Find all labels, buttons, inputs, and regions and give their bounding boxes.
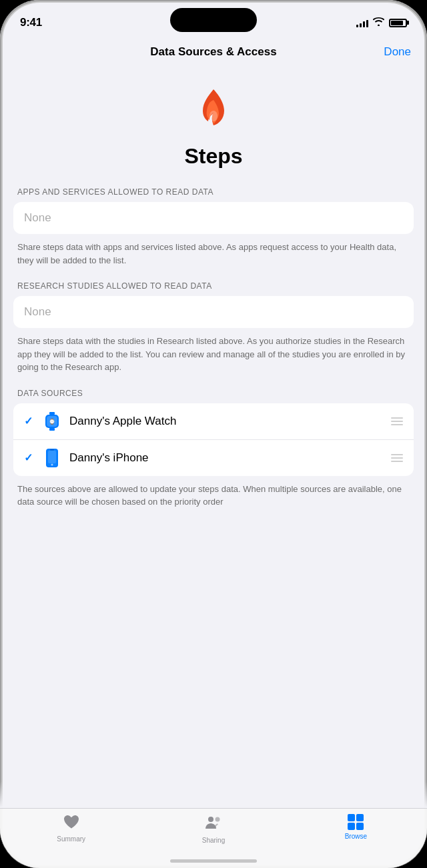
- watch-icon: ⌚: [43, 412, 61, 431]
- svg-rect-11: [50, 449, 54, 451]
- svg-text:⌚: ⌚: [49, 418, 55, 425]
- research-studies-label: RESEARCH STUDIES ALLOWED TO READ DATA: [13, 281, 414, 291]
- research-studies-value: None: [24, 305, 51, 318]
- apps-allowed-card: None: [13, 202, 414, 234]
- app-icon-container: [0, 84, 427, 137]
- source-row-iphone[interactable]: ✓ Danny's iPhone: [13, 440, 414, 476]
- status-time: 9:41: [20, 16, 42, 29]
- tab-sharing-label: Sharing: [202, 837, 225, 844]
- svg-point-13: [215, 817, 220, 822]
- page-title: Steps: [0, 144, 427, 169]
- research-studies-description: Share steps data with the studies in Res…: [13, 335, 414, 374]
- battery-icon: [389, 19, 407, 27]
- research-studies-card: None: [13, 296, 414, 328]
- apps-allowed-section: APPS AND SERVICES ALLOWED TO READ DATA N…: [13, 187, 414, 267]
- svg-rect-3: [49, 428, 55, 431]
- nav-header: Data Sources & Access Done: [0, 39, 427, 65]
- svg-rect-9: [48, 451, 56, 463]
- tab-browse[interactable]: Browse: [285, 814, 427, 840]
- tab-sharing[interactable]: Sharing: [142, 814, 284, 844]
- sharing-icon: [204, 814, 223, 834]
- home-indicator: [170, 859, 257, 863]
- status-icons: [356, 17, 407, 28]
- tab-browse-label: Browse: [345, 833, 367, 840]
- watch-source-name: Danny's Apple Watch: [69, 415, 383, 428]
- data-sources-label: DATA SOURCES: [13, 389, 414, 398]
- signal-icon: [356, 19, 368, 27]
- iphone-icon: [43, 449, 61, 467]
- checkmark-watch: ✓: [24, 415, 35, 427]
- done-button[interactable]: Done: [384, 45, 411, 59]
- svg-point-12: [208, 817, 214, 822]
- apps-allowed-description: Share steps data with apps and services …: [13, 241, 414, 267]
- tab-summary-label: Summary: [57, 835, 85, 843]
- drag-handle-watch: [391, 417, 403, 425]
- svg-rect-2: [49, 412, 55, 415]
- app-icon: [187, 84, 240, 137]
- dynamic-island: [170, 8, 257, 32]
- apps-allowed-value: None: [24, 211, 51, 224]
- content-fade: [0, 781, 427, 808]
- content-area: APPS AND SERVICES ALLOWED TO READ DATA N…: [0, 187, 427, 523]
- svg-point-1: [209, 111, 218, 121]
- browse-icon: [348, 814, 364, 830]
- heart-icon: [63, 814, 80, 833]
- phone-frame: 9:41 Data Sources & Access Done: [0, 0, 427, 868]
- tab-summary[interactable]: Summary: [0, 814, 142, 843]
- checkmark-iphone: ✓: [24, 451, 35, 464]
- data-sources-section: DATA SOURCES ✓ ⌚ Danny's Apple Wa: [13, 389, 414, 509]
- iphone-source-name: Danny's iPhone: [69, 451, 383, 465]
- research-studies-section: RESEARCH STUDIES ALLOWED TO READ DATA No…: [13, 281, 414, 374]
- sources-card: ✓ ⌚ Danny's Apple Watch: [13, 403, 414, 476]
- drag-handle-iphone: [391, 454, 403, 462]
- source-row-watch[interactable]: ✓ ⌚ Danny's Apple Watch: [13, 403, 414, 440]
- wifi-icon: [373, 17, 384, 28]
- data-sources-description: The sources above are allowed to update …: [13, 483, 414, 509]
- apps-allowed-label: APPS AND SERVICES ALLOWED TO READ DATA: [13, 187, 414, 197]
- page-heading: Data Sources & Access: [150, 45, 276, 59]
- svg-point-10: [51, 463, 53, 465]
